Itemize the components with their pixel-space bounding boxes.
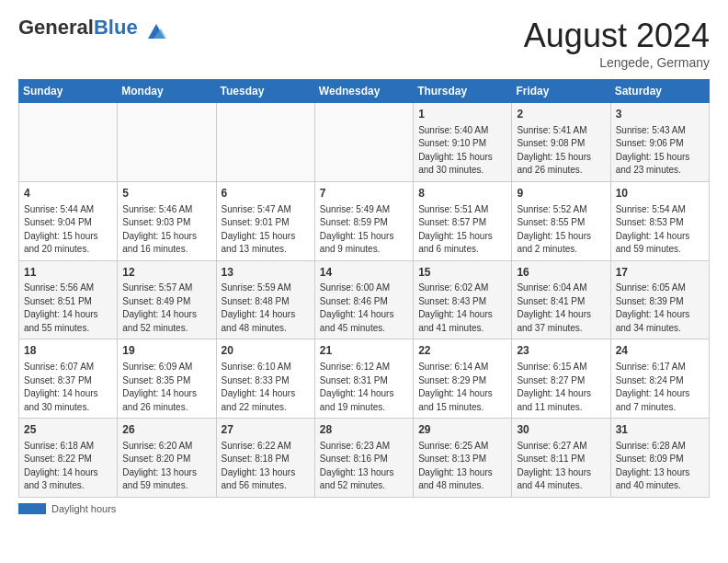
- weekday-header-wednesday: Wednesday: [314, 80, 413, 103]
- day-number: 10: [616, 186, 704, 201]
- day-number: 7: [320, 186, 408, 201]
- day-info: Sunrise: 6:10 AM Sunset: 8:33 PM Dayligh…: [222, 361, 310, 414]
- day-info: Sunrise: 5:57 AM Sunset: 8:49 PM Dayligh…: [122, 282, 210, 335]
- weekday-header-tuesday: Tuesday: [216, 80, 314, 103]
- day-number: 8: [418, 186, 506, 201]
- day-info: Sunrise: 6:15 AM Sunset: 8:27 PM Dayligh…: [517, 361, 605, 414]
- month-title: August 2024: [524, 17, 710, 55]
- day-number: 30: [517, 422, 605, 438]
- weekday-header-friday: Friday: [512, 80, 610, 103]
- day-number: 23: [517, 343, 605, 359]
- calendar-cell: 13Sunrise: 5:59 AM Sunset: 8:48 PM Dayli…: [216, 260, 314, 339]
- week-row-4: 18Sunrise: 6:07 AM Sunset: 8:37 PM Dayli…: [19, 339, 710, 419]
- day-number: 4: [24, 186, 112, 201]
- calendar-cell: [118, 103, 216, 182]
- day-number: 28: [320, 422, 408, 438]
- weekday-header-saturday: Saturday: [610, 80, 709, 103]
- calendar-cell: 7Sunrise: 5:49 AM Sunset: 8:59 PM Daylig…: [314, 181, 413, 260]
- day-number: 25: [24, 422, 112, 438]
- day-info: Sunrise: 6:14 AM Sunset: 8:29 PM Dayligh…: [418, 361, 506, 414]
- calendar-cell: 10Sunrise: 5:54 AM Sunset: 8:53 PM Dayli…: [610, 181, 709, 260]
- day-number: 6: [222, 186, 310, 201]
- day-number: 29: [418, 422, 506, 438]
- day-info: Sunrise: 6:17 AM Sunset: 8:24 PM Dayligh…: [616, 361, 704, 414]
- day-number: 5: [122, 186, 210, 201]
- day-number: 17: [616, 265, 704, 281]
- day-info: Sunrise: 5:40 AM Sunset: 9:10 PM Dayligh…: [418, 124, 506, 178]
- day-info: Sunrise: 6:28 AM Sunset: 8:09 PM Dayligh…: [616, 440, 704, 493]
- calendar-cell: 31Sunrise: 6:28 AM Sunset: 8:09 PM Dayli…: [610, 419, 709, 498]
- calendar-table: SundayMondayTuesdayWednesdayThursdayFrid…: [18, 79, 710, 498]
- calendar-cell: 26Sunrise: 6:20 AM Sunset: 8:20 PM Dayli…: [118, 419, 216, 498]
- day-info: Sunrise: 6:00 AM Sunset: 8:46 PM Dayligh…: [320, 282, 408, 335]
- day-number: 19: [122, 343, 210, 359]
- day-info: Sunrise: 5:56 AM Sunset: 8:51 PM Dayligh…: [24, 282, 112, 335]
- calendar-cell: 22Sunrise: 6:14 AM Sunset: 8:29 PM Dayli…: [414, 339, 512, 419]
- day-info: Sunrise: 5:54 AM Sunset: 8:53 PM Dayligh…: [616, 203, 704, 257]
- day-number: 27: [222, 422, 310, 438]
- day-info: Sunrise: 5:43 AM Sunset: 9:06 PM Dayligh…: [616, 124, 704, 178]
- day-number: 20: [222, 343, 310, 359]
- logo-icon: [146, 20, 166, 40]
- footer-bar-icon: [18, 503, 46, 514]
- day-info: Sunrise: 6:12 AM Sunset: 8:31 PM Dayligh…: [320, 361, 408, 414]
- weekday-header-thursday: Thursday: [414, 80, 512, 103]
- day-info: Sunrise: 5:51 AM Sunset: 8:57 PM Dayligh…: [418, 203, 506, 257]
- calendar-cell: 29Sunrise: 6:25 AM Sunset: 8:13 PM Dayli…: [414, 419, 512, 498]
- calendar-cell: 14Sunrise: 6:00 AM Sunset: 8:46 PM Dayli…: [314, 260, 413, 339]
- day-info: Sunrise: 6:27 AM Sunset: 8:11 PM Dayligh…: [517, 440, 605, 493]
- calendar-cell: 12Sunrise: 5:57 AM Sunset: 8:49 PM Dayli…: [118, 260, 216, 339]
- day-number: 26: [122, 422, 210, 438]
- day-number: 11: [24, 265, 112, 281]
- calendar-cell: 11Sunrise: 5:56 AM Sunset: 8:51 PM Dayli…: [19, 260, 118, 339]
- calendar-cell: 1Sunrise: 5:40 AM Sunset: 9:10 PM Daylig…: [414, 103, 512, 182]
- day-info: Sunrise: 6:22 AM Sunset: 8:18 PM Dayligh…: [222, 440, 310, 493]
- calendar-cell: 24Sunrise: 6:17 AM Sunset: 8:24 PM Dayli…: [610, 339, 709, 419]
- day-info: Sunrise: 5:49 AM Sunset: 8:59 PM Dayligh…: [320, 203, 408, 257]
- day-info: Sunrise: 5:52 AM Sunset: 8:55 PM Dayligh…: [517, 203, 605, 257]
- day-number: 13: [222, 265, 310, 281]
- day-info: Sunrise: 6:25 AM Sunset: 8:13 PM Dayligh…: [418, 440, 506, 493]
- logo-blue-text: Blue: [94, 16, 138, 39]
- footer: Daylight hours: [18, 503, 710, 514]
- week-row-2: 4Sunrise: 5:44 AM Sunset: 9:04 PM Daylig…: [19, 181, 710, 260]
- calendar-cell: 30Sunrise: 6:27 AM Sunset: 8:11 PM Dayli…: [512, 419, 610, 498]
- day-number: 3: [616, 107, 704, 122]
- day-number: 24: [616, 343, 704, 359]
- calendar-body: 1Sunrise: 5:40 AM Sunset: 9:10 PM Daylig…: [19, 103, 710, 498]
- logo-general-text: General: [18, 16, 94, 39]
- calendar-cell: 27Sunrise: 6:22 AM Sunset: 8:18 PM Dayli…: [216, 419, 314, 498]
- day-info: Sunrise: 6:23 AM Sunset: 8:16 PM Dayligh…: [320, 440, 408, 493]
- calendar-cell: 2Sunrise: 5:41 AM Sunset: 9:08 PM Daylig…: [512, 103, 610, 182]
- day-info: Sunrise: 6:09 AM Sunset: 8:35 PM Dayligh…: [122, 361, 210, 414]
- day-number: 16: [517, 265, 605, 281]
- day-info: Sunrise: 5:46 AM Sunset: 9:03 PM Dayligh…: [122, 203, 210, 257]
- header: GeneralBlue August 2024 Lengede, Germany: [18, 17, 710, 70]
- calendar-cell: 17Sunrise: 6:05 AM Sunset: 8:39 PM Dayli…: [610, 260, 709, 339]
- day-number: 14: [320, 265, 408, 281]
- calendar-cell: 15Sunrise: 6:02 AM Sunset: 8:43 PM Dayli…: [414, 260, 512, 339]
- calendar-cell: [19, 103, 118, 182]
- calendar-cell: [216, 103, 314, 182]
- day-number: 12: [122, 265, 210, 281]
- calendar-cell: 18Sunrise: 6:07 AM Sunset: 8:37 PM Dayli…: [19, 339, 118, 419]
- calendar-cell: 23Sunrise: 6:15 AM Sunset: 8:27 PM Dayli…: [512, 339, 610, 419]
- day-info: Sunrise: 6:07 AM Sunset: 8:37 PM Dayligh…: [24, 361, 112, 414]
- day-number: 22: [418, 343, 506, 359]
- footer-label: Daylight hours: [51, 503, 116, 514]
- day-info: Sunrise: 6:20 AM Sunset: 8:20 PM Dayligh…: [122, 440, 210, 493]
- calendar-cell: 4Sunrise: 5:44 AM Sunset: 9:04 PM Daylig…: [19, 181, 118, 260]
- weekday-header-monday: Monday: [118, 80, 216, 103]
- day-info: Sunrise: 5:59 AM Sunset: 8:48 PM Dayligh…: [222, 282, 310, 335]
- title-block: August 2024 Lengede, Germany: [524, 17, 710, 70]
- weekday-header-sunday: Sunday: [19, 80, 118, 103]
- calendar-header: SundayMondayTuesdayWednesdayThursdayFrid…: [19, 80, 710, 103]
- day-info: Sunrise: 5:41 AM Sunset: 9:08 PM Dayligh…: [517, 124, 605, 178]
- day-number: 9: [517, 186, 605, 201]
- calendar-cell: 28Sunrise: 6:23 AM Sunset: 8:16 PM Dayli…: [314, 419, 413, 498]
- calendar-cell: [314, 103, 413, 182]
- page: GeneralBlue August 2024 Lengede, Germany…: [0, 0, 728, 523]
- calendar-cell: 16Sunrise: 6:04 AM Sunset: 8:41 PM Dayli…: [512, 260, 610, 339]
- weekday-row: SundayMondayTuesdayWednesdayThursdayFrid…: [19, 80, 710, 103]
- day-number: 18: [24, 343, 112, 359]
